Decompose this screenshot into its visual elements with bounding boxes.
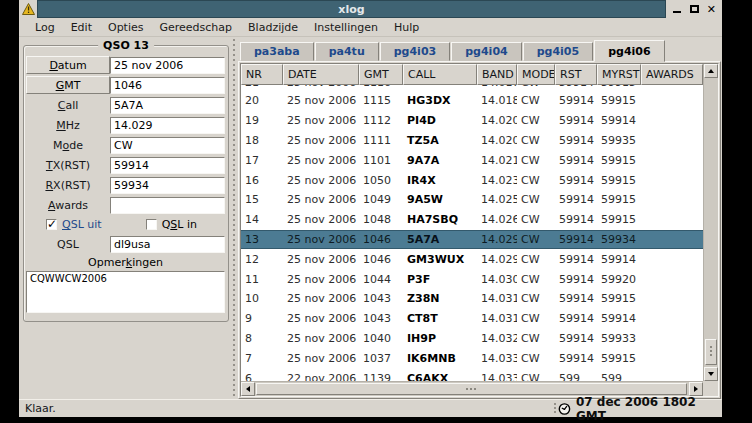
- tab-pg4i06[interactable]: pg4i06: [594, 40, 664, 62]
- table-row[interactable]: 1525 nov 200610499A5W14.025CW5991459915: [241, 190, 703, 210]
- rx-rst-input[interactable]: [110, 177, 225, 194]
- cell-call: GM3WUX: [403, 253, 477, 266]
- menu-item-bladzijde[interactable]: Bladzijde: [240, 19, 306, 36]
- table-row[interactable]: 1425 nov 20061048HA7SBQ14.026CW599145991…: [241, 210, 703, 230]
- tab-pa4tu[interactable]: pa4tu: [315, 42, 379, 61]
- cell-gmt: 1101: [359, 154, 403, 167]
- tab-pa3aba[interactable]: pa3aba: [240, 42, 314, 61]
- column-header-band[interactable]: BAND: [477, 64, 517, 85]
- column-header-nr[interactable]: NR: [241, 64, 283, 85]
- cell-rst: 59914: [555, 273, 597, 286]
- horizontal-scroll-thumb[interactable]: [256, 383, 687, 395]
- title-bar[interactable]: xlog ✕: [19, 0, 722, 18]
- cell-gmt: 1139: [359, 372, 403, 381]
- qsl-in-checkbox[interactable]: [146, 219, 157, 230]
- menu-item-edit[interactable]: Edit: [63, 19, 100, 36]
- table-row[interactable]: 2025 nov 20061115HG3DX14.018CW5991459915: [241, 91, 703, 111]
- cell-call: 9A7A: [403, 154, 477, 167]
- cell-nr: 15: [241, 193, 283, 206]
- menu-item-instellingen[interactable]: Instellingen: [306, 19, 386, 36]
- cell-nr: 13: [241, 233, 283, 246]
- menu-item-gereedschap[interactable]: Gereedschap: [151, 19, 240, 36]
- table-row[interactable]: 1925 nov 20061112PI4D14.020CW5991459914: [241, 111, 703, 131]
- cell-nr: 20: [241, 94, 283, 107]
- table-row[interactable]: 1625 nov 20061050IR4X14.023CW5991459915: [241, 170, 703, 190]
- cell-rst: 59914: [555, 233, 597, 246]
- cell-call: C6AKX: [403, 372, 477, 381]
- scroll-right-button[interactable]: [689, 382, 703, 396]
- call-label: Call: [26, 99, 110, 112]
- horizontal-scrollbar[interactable]: [241, 381, 703, 396]
- awards-input[interactable]: [110, 197, 225, 214]
- column-header-myrst[interactable]: MYRST: [597, 64, 641, 85]
- tab-pg4i05[interactable]: pg4i05: [523, 42, 593, 61]
- cell-band: 14.020: [477, 134, 517, 147]
- column-header-awards[interactable]: AWARDS: [641, 64, 703, 85]
- qso-panel: QSO 13 DatumGMTCallMHzModeTX(RST)RX(RST)…: [19, 37, 231, 399]
- tx-rst-input[interactable]: [110, 157, 225, 174]
- menu-item-hulp[interactable]: Hulp: [386, 19, 427, 36]
- table-row[interactable]: 1225 nov 20061046GM3WUX14.029CW599145991…: [241, 249, 703, 269]
- cell-gmt: 1116: [359, 85, 403, 89]
- gmt-button[interactable]: GMT: [26, 76, 110, 94]
- status-bar: Klaar. 07 dec 2006 1802 GMT: [19, 399, 722, 417]
- tab-pg4i03[interactable]: pg4i03: [380, 42, 450, 61]
- cell-rst: 59914: [555, 213, 597, 226]
- cell-band: 14.018: [477, 94, 517, 107]
- cell-rst: 599: [555, 372, 597, 381]
- cell-date: 25 nov 2006: [283, 174, 359, 187]
- qsl-out-checkbox[interactable]: [46, 219, 57, 230]
- remarks-textarea[interactable]: CQWWCW2006: [26, 271, 225, 313]
- tab-strip: pa3abapa4tupg4i03pg4i04pg4i05pg4i06: [238, 39, 721, 61]
- minimize-button[interactable]: [670, 3, 683, 16]
- scroll-up-button[interactable]: [704, 64, 718, 78]
- column-header-call[interactable]: CALL: [403, 64, 477, 85]
- menu-item-opties[interactable]: Opties: [100, 19, 152, 36]
- status-resize-grip[interactable]: [552, 400, 558, 417]
- cell-myrst: 599: [597, 372, 641, 381]
- vertical-scrollbar[interactable]: [703, 64, 718, 381]
- table-row[interactable]: 1725 nov 200611019A7A14.021CW5991459915: [241, 150, 703, 170]
- scroll-down-button[interactable]: [704, 367, 718, 381]
- cell-rst: 59914: [555, 85, 597, 89]
- table-row[interactable]: 725 nov 20061037IK6MNB14.033CW5991459915: [241, 348, 703, 368]
- mhz-input[interactable]: [110, 117, 225, 134]
- cell-myrst: 59915: [597, 193, 641, 206]
- cell-band: 14.029: [477, 233, 517, 246]
- warning-triangle-icon: [22, 3, 35, 15]
- cell-rst: 59914: [555, 253, 597, 266]
- vertical-scroll-thumb[interactable]: [705, 339, 717, 365]
- table-row[interactable]: 1025 nov 20061043Z38N14.031CW5991459915: [241, 289, 703, 309]
- table-row[interactable]: 1125 nov 20061044P3F14.030CW5991459920: [241, 269, 703, 289]
- maximize-button[interactable]: [688, 3, 701, 16]
- column-header-gmt[interactable]: GMT: [359, 64, 403, 85]
- table-row[interactable]: 825 nov 20061040IH9P14.032CW5991459933: [241, 329, 703, 349]
- qsl-check-row: QSL uit QSL in: [26, 215, 225, 234]
- gmt-input[interactable]: [110, 77, 225, 94]
- qsl-input[interactable]: [110, 236, 225, 253]
- cell-date: 25 nov 2006: [283, 154, 359, 167]
- table-row[interactable]: 925 nov 20061043CT8T14.031CW5991459914: [241, 309, 703, 329]
- arrow-right-icon: [694, 386, 698, 392]
- pane-divider-handle[interactable]: [231, 37, 238, 399]
- field-row-awards: Awards: [26, 195, 225, 215]
- scroll-left-button[interactable]: [241, 382, 255, 396]
- column-header-rst[interactable]: RST: [555, 64, 597, 85]
- menu-item-log[interactable]: Log: [27, 19, 63, 36]
- cell-mode: CW: [517, 352, 555, 365]
- table-row[interactable]: 1825 nov 20061111TZ5A14.020CW5991459935: [241, 131, 703, 151]
- table-row[interactable]: 1325 nov 200610465A7A14.029CW5991459934: [241, 230, 703, 250]
- column-header-date[interactable]: DATE: [283, 64, 359, 85]
- cell-nr: 12: [241, 253, 283, 266]
- column-header-mode[interactable]: MODE: [517, 64, 555, 85]
- cell-nr: 6: [241, 372, 283, 381]
- datum-button[interactable]: Datum: [26, 56, 110, 74]
- table-row[interactable]: 622 nov 20061139C6AKX14.033CW599599: [241, 368, 703, 381]
- datum-input[interactable]: [110, 57, 225, 74]
- tab-pg4i04[interactable]: pg4i04: [451, 42, 521, 61]
- mode-input[interactable]: [110, 137, 225, 154]
- call-input[interactable]: [110, 97, 225, 114]
- cell-nr: 11: [241, 273, 283, 286]
- cell-call: TZ5A: [403, 134, 477, 147]
- close-button[interactable]: ✕: [705, 3, 718, 16]
